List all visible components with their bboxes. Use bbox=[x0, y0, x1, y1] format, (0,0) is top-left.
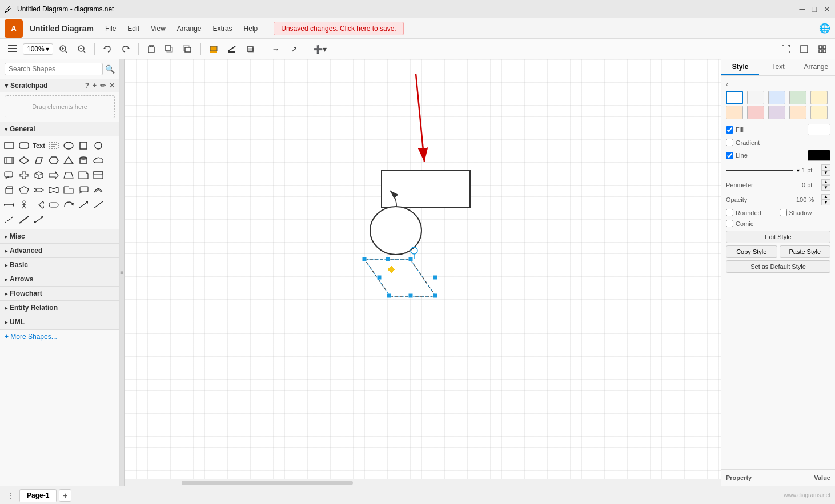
shape-rounded-rect2[interactable] bbox=[47, 198, 61, 212]
shape-ellipse[interactable] bbox=[62, 139, 75, 152]
line-color-picker[interactable] bbox=[808, 150, 830, 161]
shape-parallelogram[interactable] bbox=[32, 154, 46, 167]
opacity-up[interactable]: ▲ bbox=[821, 194, 830, 200]
undo-button[interactable] bbox=[99, 42, 115, 57]
shape-partial-rect[interactable] bbox=[62, 183, 75, 197]
gradient-checkbox[interactable] bbox=[726, 139, 733, 146]
shape-triangle[interactable] bbox=[62, 154, 75, 167]
line-style-dropdown[interactable]: ▾ bbox=[726, 167, 800, 174]
category-misc[interactable]: Misc bbox=[0, 229, 119, 244]
shape-hexagon[interactable] bbox=[47, 154, 61, 167]
search-input[interactable] bbox=[5, 63, 103, 75]
shape-callout[interactable] bbox=[2, 168, 16, 182]
more-shapes-button[interactable]: + More Shapes... bbox=[0, 329, 119, 344]
insert-button[interactable]: ➕▾ bbox=[312, 42, 328, 57]
set-default-style-button[interactable]: Set as Default Style bbox=[726, 260, 830, 273]
bring-front-button[interactable] bbox=[162, 42, 178, 57]
shape-line2[interactable] bbox=[17, 213, 31, 227]
canvas-rectangle[interactable] bbox=[382, 171, 470, 208]
shape-cube[interactable] bbox=[32, 168, 46, 182]
menu-extras[interactable]: Extras bbox=[208, 22, 237, 35]
category-uml[interactable]: UML bbox=[0, 315, 119, 329]
line-color-button[interactable] bbox=[224, 42, 240, 57]
menu-edit[interactable]: Edit bbox=[123, 22, 144, 35]
swatch-yellow-light[interactable] bbox=[810, 106, 828, 119]
redo-button[interactable] bbox=[118, 42, 134, 57]
category-general[interactable]: General bbox=[0, 122, 119, 136]
edit-style-button[interactable]: Edit Style bbox=[726, 231, 830, 243]
zoom-in-button[interactable] bbox=[55, 42, 71, 57]
opacity-down[interactable]: ▼ bbox=[821, 200, 830, 205]
handle-bm[interactable] bbox=[408, 293, 413, 298]
tab-arrange[interactable]: Arrange bbox=[797, 59, 835, 75]
category-arrows[interactable]: Arrows bbox=[0, 272, 119, 287]
handle-ml[interactable] bbox=[377, 275, 382, 280]
tab-style[interactable]: Style bbox=[721, 59, 759, 75]
shape-cylinder[interactable] bbox=[77, 154, 90, 167]
category-advanced[interactable]: Advanced bbox=[0, 244, 119, 258]
zoom-out-button[interactable] bbox=[74, 42, 90, 57]
collapse-handle[interactable]: ≡ bbox=[120, 59, 125, 486]
scratchpad-edit-icon[interactable]: ✏ bbox=[100, 82, 106, 90]
delete-button[interactable] bbox=[143, 42, 159, 57]
connection-style-button[interactable]: → bbox=[268, 42, 284, 57]
horizontal-scrollbar[interactable] bbox=[125, 479, 721, 486]
zoom-control[interactable]: 100% ▾ bbox=[23, 43, 53, 55]
swatch-lightblue[interactable] bbox=[768, 91, 785, 104]
category-entity-relation[interactable]: Entity Relation bbox=[0, 301, 119, 315]
handle-mr[interactable] bbox=[433, 275, 437, 280]
page-options-button[interactable]: ⋮ bbox=[5, 489, 17, 502]
fit-page-button[interactable] bbox=[796, 42, 812, 57]
page-tab-1[interactable]: Page-1 bbox=[19, 489, 57, 502]
shape-dashed-line[interactable] bbox=[2, 213, 16, 227]
shape-double-arrow[interactable] bbox=[2, 198, 16, 212]
fullscreen-button[interactable] bbox=[778, 42, 794, 57]
maximize-button[interactable]: □ bbox=[812, 5, 817, 14]
shape-pentagon[interactable] bbox=[17, 183, 31, 197]
shape-chevron[interactable] bbox=[32, 183, 46, 197]
shape-arc[interactable] bbox=[91, 183, 105, 197]
swatch-peach[interactable] bbox=[726, 106, 743, 119]
menu-help[interactable]: Help bbox=[239, 22, 263, 35]
line-width-up[interactable]: ▲ bbox=[821, 164, 830, 170]
scrollbar-thumb[interactable] bbox=[182, 481, 353, 485]
shape-diamond[interactable] bbox=[17, 154, 31, 167]
shape-process[interactable] bbox=[2, 154, 16, 167]
category-basic[interactable]: Basic bbox=[0, 258, 119, 272]
rounded-checkbox[interactable] bbox=[726, 209, 733, 216]
swatch-lightyellow[interactable] bbox=[810, 91, 828, 104]
swatch-lightpink[interactable] bbox=[747, 106, 764, 119]
menu-view[interactable]: View bbox=[146, 22, 170, 35]
shape-frame[interactable] bbox=[91, 168, 105, 182]
shape-ribbon[interactable] bbox=[47, 183, 61, 197]
shape-text[interactable]: Text bbox=[32, 139, 46, 152]
minimize-button[interactable]: ─ bbox=[800, 5, 805, 14]
shape-callout2[interactable] bbox=[77, 183, 90, 197]
red-arrow[interactable] bbox=[416, 74, 424, 162]
close-button[interactable]: ✕ bbox=[824, 5, 830, 14]
shape-diagonal-arrow[interactable] bbox=[77, 198, 90, 212]
send-back-button[interactable] bbox=[180, 42, 196, 57]
scratchpad-help-icon[interactable]: ? bbox=[85, 82, 89, 90]
category-flowchart[interactable]: Flowchart bbox=[0, 287, 119, 301]
reset-view-button[interactable] bbox=[814, 42, 830, 57]
globe-icon[interactable]: 🌐 bbox=[819, 23, 830, 34]
swatch-orange-light[interactable] bbox=[789, 106, 806, 119]
waypoint-style-button[interactable]: ↗ bbox=[286, 42, 302, 57]
fill-checkbox[interactable] bbox=[726, 126, 733, 134]
shape-curved-arrow[interactable] bbox=[62, 198, 75, 212]
shape-circle[interactable] bbox=[91, 139, 105, 152]
scratchpad-add-icon[interactable]: + bbox=[93, 82, 97, 90]
perimeter-up[interactable]: ▲ bbox=[821, 179, 830, 185]
line-checkbox[interactable] bbox=[726, 152, 733, 159]
line-width-spinner[interactable]: ▲ ▼ bbox=[821, 164, 830, 176]
add-page-button[interactable]: + bbox=[59, 489, 71, 502]
handle-bl[interactable] bbox=[387, 293, 391, 298]
shape-note[interactable] bbox=[77, 168, 90, 182]
copy-style-button[interactable]: Copy Style bbox=[726, 245, 777, 258]
shape-text-box[interactable] bbox=[47, 139, 61, 152]
color-prev-button[interactable]: ‹ bbox=[726, 80, 728, 88]
shape-line[interactable] bbox=[91, 198, 105, 212]
shape-sector[interactable] bbox=[32, 198, 46, 212]
perimeter-spinner[interactable]: ▲ ▼ bbox=[821, 179, 830, 191]
